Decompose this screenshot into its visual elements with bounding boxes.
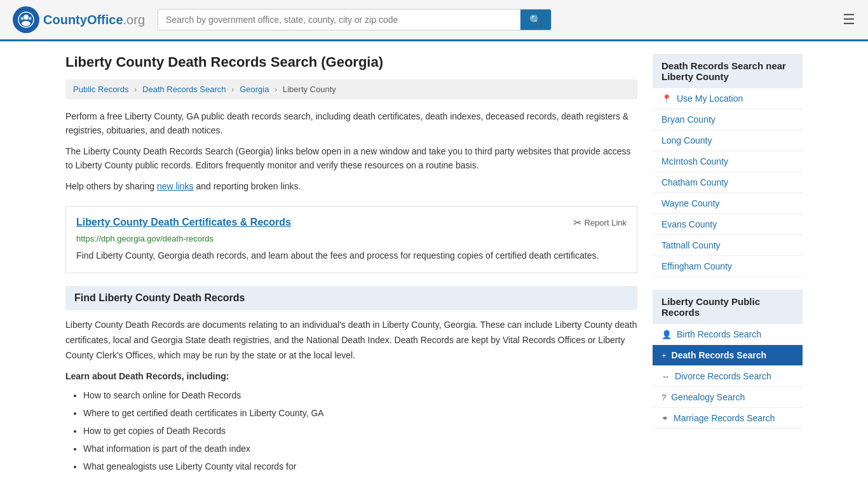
use-my-location-link[interactable]: Use My Location: [677, 93, 743, 104]
sidebar-item-mcintosh-county[interactable]: McIntosh County: [653, 151, 803, 172]
sidebar-public-records-section: Liberty County Public Records 👤 Birth Re…: [653, 290, 803, 429]
bryan-county-link[interactable]: Bryan County: [661, 114, 715, 125]
intro-paragraph-3: Help others by sharing new links and rep…: [65, 179, 637, 193]
sidebar-item-chatham-county[interactable]: Chatham County: [653, 172, 803, 193]
record-block: Liberty County Death Certificates & Reco…: [65, 206, 637, 273]
list-item: How to search online for Death Records: [83, 386, 637, 404]
logo-link[interactable]: CountyOffice.org: [13, 6, 145, 33]
breadcrumb: Public Records › Death Records Search › …: [65, 79, 637, 99]
intro-paragraph-1: Perform a free Liberty County, GA public…: [65, 109, 637, 138]
content-area: Liberty County Death Records Search (Geo…: [65, 54, 637, 475]
sidebar: Death Records Search near Liberty County…: [653, 54, 803, 475]
breadcrumb-death-records-search[interactable]: Death Records Search: [142, 85, 226, 94]
find-section-header: Find Liberty County Death Records: [65, 286, 637, 310]
sidebar-item-bryan-county[interactable]: Bryan County: [653, 109, 803, 130]
sidebar-item-effingham-county[interactable]: Effingham County: [653, 256, 803, 277]
sidebar-item-divorce-records[interactable]: ↔ Divorce Records Search: [653, 366, 803, 387]
breadcrumb-current: Liberty County: [283, 85, 336, 94]
birth-records-link[interactable]: Birth Records Search: [677, 329, 761, 339]
learn-title: Learn about Death Records, including:: [65, 371, 637, 381]
sidebar-item-birth-records[interactable]: 👤 Birth Records Search: [653, 324, 803, 345]
search-input[interactable]: [158, 10, 520, 30]
list-item: What information is part of the death in…: [83, 440, 637, 458]
breadcrumb-sep-1: ›: [134, 85, 137, 94]
evans-county-link[interactable]: Evans County: [661, 219, 717, 229]
breadcrumb-sep-3: ›: [275, 85, 277, 94]
effingham-county-link[interactable]: Effingham County: [661, 261, 732, 271]
sidebar-public-records-header: Liberty County Public Records: [653, 290, 803, 324]
sidebar-item-evans-county[interactable]: Evans County: [653, 214, 803, 235]
genealogy-icon: ?: [661, 393, 666, 402]
find-section-text: Liberty County Death Records are documen…: [65, 318, 637, 363]
birth-records-icon: 👤: [661, 330, 672, 339]
sidebar-item-genealogy[interactable]: ? Genealogy Search: [653, 387, 803, 408]
header: CountyOffice.org 🔍 ☰: [0, 0, 868, 41]
learn-list: How to search online for Death Records W…: [65, 386, 637, 475]
logo-text: CountyOffice.org: [43, 13, 145, 27]
page-title: Liberty County Death Records Search (Geo…: [65, 54, 637, 71]
list-item: What genealogists use Liberty County vit…: [83, 458, 637, 475]
location-icon: 📍: [661, 94, 672, 104]
main-container: Liberty County Death Records Search (Geo…: [53, 41, 815, 488]
genealogy-link[interactable]: Genealogy Search: [671, 392, 745, 402]
svg-point-1: [24, 15, 29, 20]
sidebar-nearby-header: Death Records Search near Liberty County: [653, 54, 803, 88]
record-title-link[interactable]: Liberty County Death Certificates & Reco…: [76, 217, 291, 228]
divorce-records-link[interactable]: Divorce Records Search: [675, 371, 771, 381]
record-title-row: Liberty County Death Certificates & Reco…: [76, 217, 627, 229]
sidebar-item-death-records[interactable]: + Death Records Search: [653, 345, 803, 366]
report-link-text: Report Link: [585, 218, 627, 227]
svg-point-6: [29, 18, 31, 20]
sidebar-item-marriage-records[interactable]: ⚭ Marriage Records Search: [653, 408, 803, 429]
marriage-records-icon: ⚭: [661, 414, 668, 423]
breadcrumb-sep-2: ›: [231, 85, 234, 94]
divorce-records-icon: ↔: [661, 372, 670, 381]
logo-icon: [13, 6, 39, 33]
record-url[interactable]: https://dph.georgia.gov/death-records: [76, 234, 627, 243]
new-links-link[interactable]: new links: [157, 181, 194, 191]
list-item: How to get copies of Death Records: [83, 422, 637, 440]
list-item: Where to get certified death certificate…: [83, 404, 637, 422]
report-icon: ✂: [573, 217, 581, 229]
chatham-county-link[interactable]: Chatham County: [661, 177, 728, 187]
svg-point-2: [22, 21, 31, 26]
report-link[interactable]: ✂ Report Link: [573, 217, 627, 229]
death-records-icon: +: [661, 351, 667, 360]
search-button[interactable]: 🔍: [520, 10, 551, 30]
long-county-link[interactable]: Long County: [661, 135, 712, 146]
death-records-link[interactable]: Death Records Search: [672, 350, 766, 360]
breadcrumb-georgia[interactable]: Georgia: [240, 85, 269, 94]
marriage-records-link[interactable]: Marriage Records Search: [674, 413, 775, 423]
intro-paragraph-2: The Liberty County Death Records Search …: [65, 144, 637, 173]
sidebar-nearby-section: Death Records Search near Liberty County…: [653, 54, 803, 277]
wayne-county-link[interactable]: Wayne County: [661, 198, 719, 208]
sidebar-item-wayne-county[interactable]: Wayne County: [653, 193, 803, 214]
sidebar-item-tattnall-county[interactable]: Tattnall County: [653, 235, 803, 256]
svg-point-4: [22, 18, 24, 20]
sidebar-use-my-location[interactable]: 📍 Use My Location: [653, 88, 803, 109]
logo-brand: CountyOffice: [43, 13, 123, 27]
intro3-prefix: Help others by sharing: [65, 181, 157, 191]
intro3-suffix: and reporting broken links.: [194, 181, 301, 191]
mcintosh-county-link[interactable]: McIntosh County: [661, 156, 728, 166]
sidebar-item-long-county[interactable]: Long County: [653, 130, 803, 151]
tattnall-county-link[interactable]: Tattnall County: [661, 240, 721, 250]
breadcrumb-public-records[interactable]: Public Records: [73, 85, 128, 94]
record-description: Find Liberty County, Georgia death recor…: [76, 248, 627, 262]
hamburger-menu[interactable]: ☰: [843, 11, 855, 28]
search-bar: 🔍: [158, 9, 552, 30]
logo-org: .org: [123, 13, 145, 27]
